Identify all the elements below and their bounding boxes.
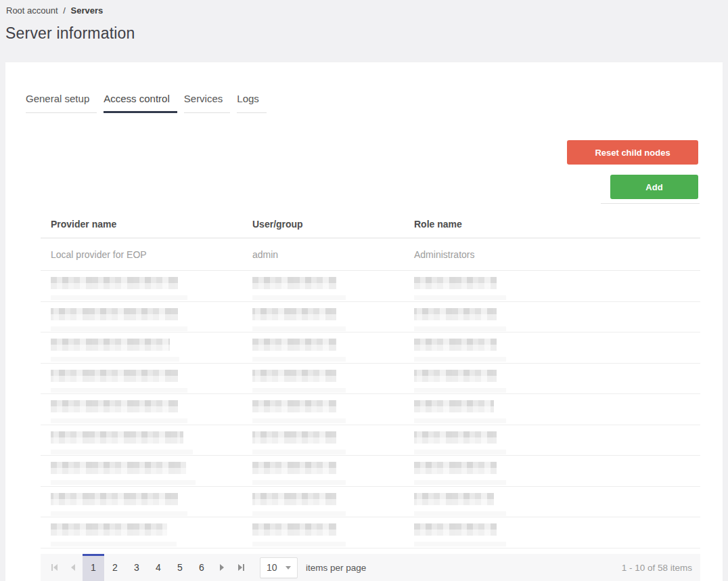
redacted-text bbox=[414, 400, 494, 412]
page-button-5[interactable]: 5 bbox=[169, 554, 191, 581]
redacted-subtext bbox=[252, 357, 346, 362]
redacted-subtext bbox=[51, 388, 187, 393]
redacted-text bbox=[51, 493, 178, 505]
page-button-3[interactable]: 3 bbox=[126, 554, 147, 581]
content-card: General setup Access control Services Lo… bbox=[5, 62, 723, 581]
tab-access-control[interactable]: Access control bbox=[104, 93, 177, 113]
page-range-label: 1 - 10 of 58 items bbox=[622, 563, 692, 573]
cell-user-group-redacted bbox=[242, 394, 404, 425]
redacted-text bbox=[252, 493, 336, 505]
next-page-icon bbox=[220, 564, 224, 571]
column-header-role-name[interactable]: Role name bbox=[404, 219, 700, 230]
page-button-6[interactable]: 6 bbox=[191, 554, 212, 581]
column-header-user-group[interactable]: User/group bbox=[242, 219, 404, 230]
cell-role-name-redacted bbox=[404, 425, 700, 456]
redacted-subtext bbox=[51, 450, 193, 454]
last-page-button[interactable] bbox=[231, 554, 250, 581]
column-header-provider-name[interactable]: Provider name bbox=[41, 219, 242, 230]
tab-logs[interactable]: Logs bbox=[237, 93, 267, 113]
cell-user-group: admin bbox=[242, 249, 404, 260]
redacted-text bbox=[51, 339, 170, 351]
redacted-subtext bbox=[414, 326, 506, 331]
redacted-subtext bbox=[51, 511, 187, 516]
pagination-bar: 1 2 3 4 5 6 10 items per page 1 - 10 of … bbox=[41, 554, 700, 581]
table-row-redacted[interactable] bbox=[41, 271, 700, 302]
table-row-redacted[interactable] bbox=[41, 394, 700, 425]
redacted-text bbox=[51, 523, 167, 536]
cell-role-name-redacted bbox=[404, 456, 700, 486]
redacted-text bbox=[51, 462, 186, 474]
reset-child-nodes-button[interactable]: Reset child nodes bbox=[567, 140, 698, 165]
table-row-redacted[interactable] bbox=[41, 302, 700, 333]
redacted-text bbox=[414, 370, 497, 382]
cell-provider-name-redacted bbox=[41, 425, 242, 456]
cell-user-group-redacted bbox=[242, 302, 404, 332]
redacted-subtext bbox=[252, 480, 346, 485]
cell-user-group-redacted bbox=[242, 425, 404, 456]
table-row-redacted[interactable] bbox=[41, 364, 700, 395]
breadcrumb-current: Servers bbox=[70, 5, 103, 16]
cell-role-name-redacted bbox=[404, 332, 700, 363]
cell-provider-name-redacted bbox=[41, 487, 242, 517]
next-page-button[interactable] bbox=[212, 554, 231, 581]
redacted-subtext bbox=[252, 295, 346, 300]
redacted-subtext bbox=[414, 418, 506, 423]
redacted-text bbox=[252, 339, 336, 351]
redacted-text bbox=[414, 523, 497, 536]
redacted-subtext bbox=[414, 295, 506, 300]
redacted-text bbox=[252, 400, 336, 412]
cell-role-name-redacted bbox=[404, 364, 700, 394]
redacted-text bbox=[414, 493, 494, 505]
cell-provider-name-redacted bbox=[41, 456, 242, 486]
last-page-icon bbox=[243, 564, 244, 571]
redacted-subtext bbox=[51, 418, 187, 423]
redacted-subtext bbox=[51, 542, 177, 546]
page-size-dropdown[interactable]: 10 bbox=[260, 557, 298, 578]
redacted-text bbox=[414, 277, 497, 289]
redacted-subtext bbox=[414, 357, 506, 362]
table-row-redacted[interactable] bbox=[41, 517, 700, 548]
previous-page-button[interactable] bbox=[64, 554, 83, 581]
redacted-text bbox=[51, 400, 178, 412]
page-button-4[interactable]: 4 bbox=[147, 554, 169, 581]
redacted-text bbox=[414, 431, 497, 444]
first-page-button[interactable] bbox=[45, 554, 64, 581]
items-per-page-label: items per page bbox=[306, 563, 366, 573]
table-row-redacted[interactable] bbox=[41, 456, 700, 487]
table-row-redacted[interactable] bbox=[41, 425, 700, 456]
redacted-text bbox=[414, 308, 497, 320]
breadcrumb: Root account / Servers bbox=[6, 5, 103, 16]
cell-provider-name: Local provider for EOP bbox=[41, 249, 242, 260]
add-button[interactable]: Add bbox=[610, 175, 698, 199]
cell-user-group-redacted bbox=[242, 271, 404, 301]
redacted-text bbox=[414, 339, 497, 351]
redacted-subtext bbox=[414, 388, 506, 393]
table-row-redacted[interactable] bbox=[41, 487, 700, 518]
cell-provider-name-redacted bbox=[41, 394, 242, 425]
redacted-text bbox=[252, 370, 336, 382]
access-control-table: Provider name User/group Role name Local… bbox=[41, 210, 700, 548]
cell-role-name-redacted bbox=[404, 487, 700, 517]
page-size-value: 10 bbox=[267, 562, 277, 573]
cell-provider-name-redacted bbox=[41, 517, 242, 548]
redacted-subtext bbox=[252, 450, 346, 454]
page-button-2[interactable]: 2 bbox=[104, 554, 126, 581]
tab-services[interactable]: Services bbox=[184, 93, 231, 113]
cell-role-name-redacted bbox=[404, 271, 700, 301]
table-row-redacted[interactable] bbox=[41, 332, 700, 364]
first-page-icon bbox=[51, 564, 53, 571]
page-button-1[interactable]: 1 bbox=[83, 554, 104, 581]
redacted-subtext bbox=[414, 511, 506, 516]
breadcrumb-root-link[interactable]: Root account bbox=[6, 5, 58, 16]
redacted-subtext bbox=[252, 542, 346, 546]
table-row[interactable]: Local provider for EOP admin Administrat… bbox=[41, 238, 700, 271]
cell-provider-name-redacted bbox=[41, 364, 242, 394]
redacted-text bbox=[51, 431, 183, 444]
redacted-text bbox=[252, 462, 336, 474]
redacted-text bbox=[252, 277, 336, 289]
tab-general-setup[interactable]: General setup bbox=[26, 93, 97, 113]
cell-user-group-redacted bbox=[242, 332, 404, 363]
redacted-text bbox=[51, 308, 178, 320]
cell-role-name-redacted bbox=[404, 517, 700, 548]
redacted-subtext bbox=[252, 511, 346, 516]
